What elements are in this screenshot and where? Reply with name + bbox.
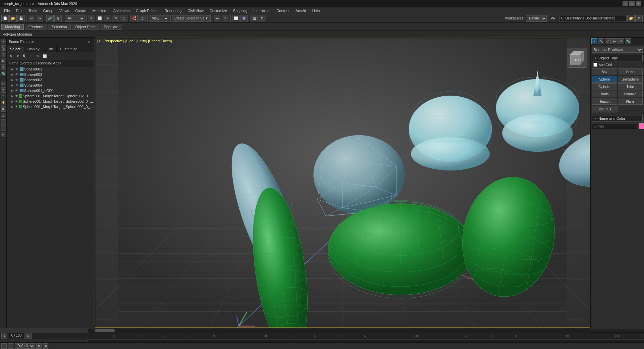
menu-arnold[interactable]: Arnold — [293, 8, 309, 13]
se-box-btn[interactable]: ⬜ — [42, 53, 48, 59]
select-filter[interactable]: All — [65, 15, 85, 22]
light-icon[interactable]: 💡 — [1, 100, 6, 105]
new-btn[interactable]: 📄 — [1, 15, 9, 22]
layer-icon-btn[interactable]: ≡ — [36, 343, 42, 349]
filter-icon[interactable]: ▼ — [1, 87, 6, 93]
layer-dropdown[interactable]: Default — [15, 343, 35, 349]
se-tab-edit[interactable]: Edit — [43, 46, 57, 52]
modify-tab[interactable]: 🔧 — [598, 38, 604, 44]
scene-item-eye[interactable]: 👁 — [15, 67, 19, 71]
redo-btn[interactable]: ↪ — [36, 15, 43, 22]
menu-modifiers[interactable]: Modifiers — [90, 8, 110, 13]
menu-content[interactable]: Content — [274, 8, 292, 13]
se-close-btn[interactable]: ✕ — [8, 53, 14, 59]
workspace-select[interactable]: Default — [526, 15, 547, 22]
graph-editors-btn[interactable]: 📊 — [232, 15, 239, 22]
menu-rendering[interactable]: Rendering — [162, 8, 184, 13]
path-settings-btn[interactable]: ⚙ — [635, 15, 643, 22]
unlink-btn[interactable]: ⛓ — [54, 15, 62, 22]
se-tab-customize[interactable]: Customize — [57, 46, 81, 52]
pyramid-btn[interactable]: Pyramid — [618, 91, 643, 97]
move-btn[interactable]: ✛ — [104, 15, 111, 22]
tab-object-paint[interactable]: Object Paint — [72, 24, 99, 30]
utilities-tab[interactable]: 🔩 — [625, 38, 631, 44]
torus-btn[interactable]: Torus — [592, 91, 617, 97]
tube-btn[interactable]: Tube — [618, 83, 643, 90]
box-btn[interactable]: Box — [592, 68, 617, 75]
material-btn[interactable]: 🔮 — [240, 15, 248, 22]
systems-icon[interactable]: ⚙ — [1, 132, 6, 137]
primitive-type-dropdown[interactable]: Standard Primitives — [592, 47, 643, 53]
scene-item-eye[interactable]: 👁 — [15, 94, 18, 98]
display-tab[interactable]: 👁 — [618, 38, 624, 44]
scene-item-eye[interactable]: 👁 — [15, 105, 18, 108]
plane-btn[interactable]: Plane — [618, 98, 643, 105]
utilities-icon[interactable]: 🔩 — [1, 71, 6, 76]
teapot-btn[interactable]: Teapot — [592, 98, 617, 105]
menu-graph-editors[interactable]: Graph Editors — [133, 8, 161, 13]
create-selection-btn[interactable]: Create Selection Se ▼ — [172, 15, 211, 22]
geosphere-btn[interactable]: GeoSphere — [618, 76, 643, 83]
window-controls[interactable]: ─ □ ✕ — [623, 1, 641, 6]
h-scrollbar-thumb[interactable] — [95, 329, 115, 332]
display-icon[interactable]: 👁 — [1, 64, 6, 70]
se-filter-btn[interactable]: ▼ — [15, 53, 21, 59]
scene-item-eye[interactable]: 👁 — [15, 89, 19, 92]
scene-item[interactable]: ▶ 👁 Sphere003 — [7, 77, 94, 83]
scene-item[interactable]: ▶ 👁 Sphere001_MorphTarget_Sphere002_0_..… — [7, 104, 94, 109]
menu-group[interactable]: Group — [40, 8, 56, 13]
scene-item[interactable]: ▶ 👁 Sphere001 — [7, 66, 94, 72]
select-btn[interactable]: ↖ — [88, 15, 95, 22]
undo-btn[interactable]: ↩ — [28, 15, 35, 22]
layer-icon2-btn[interactable]: ⊞ — [43, 343, 48, 349]
spacewarp-icon[interactable]: 〰 — [1, 126, 6, 131]
cylinder-btn[interactable]: Cylinder — [592, 83, 617, 90]
menu-create[interactable]: Create — [72, 8, 89, 13]
shapes-icon[interactable]: △ — [1, 113, 6, 118]
menu-views[interactable]: Views — [57, 8, 72, 13]
scene-item[interactable]: ▶ 👁 Sphere001_LOD1 — [7, 88, 94, 93]
next-frame-btn[interactable]: ► — [25, 333, 32, 339]
create-icon[interactable]: ✦ — [1, 39, 6, 44]
scene-item-eye[interactable]: 👁 — [15, 84, 19, 87]
open-btn[interactable]: 📂 — [9, 15, 17, 22]
menu-tools[interactable]: Tools — [26, 8, 40, 13]
menu-customize[interactable]: Customize — [207, 8, 230, 13]
motion-icon[interactable]: ▶ — [1, 58, 6, 63]
menu-file[interactable]: File — [1, 8, 13, 13]
menu-civil-view[interactable]: Civil View — [185, 8, 206, 13]
layer-new-btn[interactable]: + — [1, 343, 7, 349]
minimize-button[interactable]: ─ — [623, 1, 628, 6]
name-color-section[interactable]: ▼ Name and Color — [592, 115, 643, 122]
viewport[interactable]: [+] [Perspective] [High Quality] [Edged … — [95, 38, 590, 328]
object-name-input[interactable] — [592, 123, 637, 129]
align-btn[interactable]: ≡ — [222, 15, 229, 22]
se-tab-display[interactable]: Display — [24, 46, 43, 52]
rotate-btn[interactable]: ↻ — [112, 15, 119, 22]
render-btn[interactable]: 🖼 — [251, 15, 258, 22]
sphere-btn[interactable]: Sphere — [592, 76, 617, 83]
scene-item[interactable]: ▶ 👁 Sphere001_MorphTarget_Sphere002_0_..… — [7, 93, 94, 99]
autogrid-checkbox[interactable] — [593, 63, 597, 67]
maximize-button[interactable]: □ — [629, 1, 635, 6]
hierarchy-tab[interactable]: ⬡ — [605, 38, 611, 44]
color-swatch[interactable] — [639, 123, 644, 129]
create-tab[interactable]: ✦ — [591, 38, 597, 44]
scene-item-eye[interactable]: 👁 — [15, 73, 19, 76]
scene-item[interactable]: ▶ 👁 Sphere004 — [7, 83, 94, 88]
se-tab-select[interactable]: Select — [7, 46, 24, 52]
helpers-icon[interactable]: + — [1, 119, 6, 124]
menu-interactive[interactable]: Interactive — [251, 8, 273, 13]
camera-icon[interactable]: 📷 — [1, 94, 6, 99]
angle-snap-btn[interactable]: ∠ — [139, 15, 146, 22]
select-region-btn[interactable]: ⬜ — [96, 15, 103, 22]
path-browse-btn[interactable]: 📁 — [627, 15, 635, 22]
scale-btn[interactable]: ⬡ — [120, 15, 127, 22]
h-scrollbar[interactable] — [0, 328, 644, 332]
close-button[interactable]: ✕ — [636, 1, 641, 6]
tab-populate[interactable]: Populate — [100, 24, 122, 30]
snap-btn[interactable]: 🧲 — [130, 15, 138, 22]
select-icon2[interactable]: ↖ — [1, 81, 6, 86]
scene-item[interactable]: ▶ 👁 Sphere002 — [7, 72, 94, 77]
menu-help[interactable]: Help — [310, 8, 323, 13]
